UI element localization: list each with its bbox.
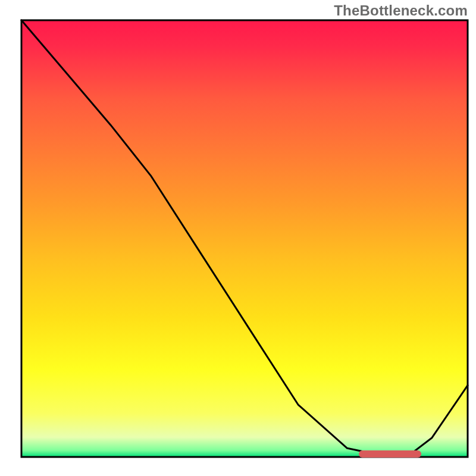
axes xyxy=(21,20,468,457)
svg-rect-2 xyxy=(359,450,421,458)
watermark-text: TheBottleneck.com xyxy=(334,2,468,19)
chart-container: TheBottleneck.com xyxy=(0,0,476,476)
bottleneck-chart xyxy=(0,0,476,476)
svg-rect-0 xyxy=(21,20,468,457)
optimal-marker xyxy=(359,450,421,458)
